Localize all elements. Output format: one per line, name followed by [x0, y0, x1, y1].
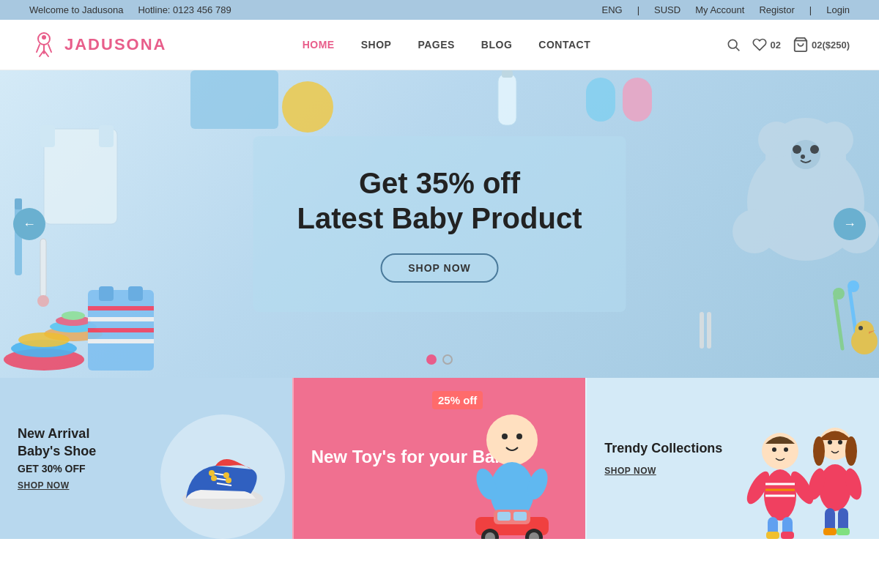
nav-contact[interactable]: CONTACT: [538, 39, 590, 51]
svg-rect-51: [128, 286, 143, 301]
svg-rect-102: [837, 528, 850, 535]
wishlist-button[interactable]: 02: [752, 37, 780, 52]
svg-rect-14: [15, 198, 22, 209]
login-link[interactable]: Login: [826, 4, 850, 15]
svg-rect-24: [623, 78, 652, 122]
header: JADUSONA HOME SHOP PAGES BLOG CONTACT 02: [0, 20, 879, 70]
svg-point-66: [502, 433, 508, 439]
svg-point-31: [791, 140, 820, 169]
top-bar: Welcome to Jadusona Hotline: 0123 456 78…: [0, 0, 879, 20]
svg-point-30: [817, 122, 853, 158]
promo-card-shoe: New Arrival Baby's Shoe GET 30% OFF SHOP…: [0, 378, 292, 539]
shoe-illustration: [171, 425, 274, 528]
svg-rect-23: [586, 78, 615, 122]
header-icons: 02 02($250): [726, 37, 850, 53]
cart-icon: [793, 37, 809, 53]
hero-next-button[interactable]: →: [834, 208, 866, 240]
top-bar-right: ENG | SUSD My Account Registor | Login: [601, 4, 850, 15]
language-selector[interactable]: ENG: [601, 4, 622, 15]
svg-point-38: [833, 288, 845, 299]
svg-point-33: [810, 145, 819, 154]
promo-shop-link-shoe[interactable]: SHOP NOW: [18, 480, 69, 491]
my-account-link[interactable]: My Account: [695, 4, 744, 15]
search-button[interactable]: [726, 37, 741, 52]
hero-banner: Get 35% off Latest Baby Product SHOP NOW…: [0, 70, 879, 378]
register-link[interactable]: Registor: [759, 4, 794, 15]
svg-rect-101: [823, 528, 837, 535]
svg-point-61: [223, 472, 229, 478]
svg-line-8: [736, 48, 740, 51]
top-bar-left: Welcome to Jadusona Hotline: 0123 456 78…: [29, 4, 231, 15]
promo-offer-shoe: GET 30% OFF: [18, 463, 96, 475]
svg-point-63: [226, 477, 231, 483]
svg-point-48: [18, 332, 70, 347]
svg-point-32: [793, 145, 801, 154]
svg-rect-22: [190, 70, 278, 129]
hero-content: Get 35% off Latest Baby Product SHOP NOW: [253, 136, 626, 312]
welcome-text: Welcome to Jadusona: [29, 4, 123, 15]
svg-point-94: [828, 440, 832, 444]
svg-point-40: [848, 280, 859, 292]
nav-blog[interactable]: BLOG: [481, 39, 512, 51]
svg-rect-50: [99, 286, 114, 301]
svg-point-95: [838, 440, 842, 444]
svg-point-35: [732, 209, 776, 253]
svg-rect-11: [40, 125, 55, 147]
logo[interactable]: JADUSONA: [29, 30, 166, 59]
hotline: Hotline: 0123 456 789: [138, 4, 231, 15]
svg-rect-25: [498, 74, 516, 125]
baby-toy-image: [446, 392, 578, 539]
cart-count-total: 02($250): [812, 40, 850, 51]
svg-rect-89: [766, 532, 779, 539]
svg-point-92: [813, 436, 825, 466]
promo-text-shoe: New Arrival Baby's Shoe GET 30% OFF SHOP…: [18, 425, 96, 491]
promo-title-shoe: New Arrival Baby's Shoe: [18, 425, 96, 460]
svg-rect-77: [513, 512, 527, 521]
shoe-image-circle: [160, 414, 285, 539]
svg-point-81: [784, 447, 788, 452]
svg-rect-26: [502, 70, 513, 78]
wishlist-count: 02: [770, 40, 780, 51]
hero-prev-button[interactable]: ←: [13, 208, 45, 240]
nav-pages[interactable]: PAGES: [418, 39, 454, 51]
cart-button[interactable]: 02($250): [793, 37, 850, 53]
main-nav: HOME SHOP PAGES BLOG CONTACT: [303, 39, 591, 51]
hero-dots: [426, 354, 453, 365]
svg-point-62: [211, 475, 217, 481]
svg-line-3: [48, 45, 51, 52]
svg-point-80: [772, 447, 776, 452]
currency-selector[interactable]: SUSD: [654, 4, 680, 15]
nav-home[interactable]: HOME: [303, 39, 335, 51]
nav-shop[interactable]: SHOP: [361, 39, 392, 51]
hero-dot-2[interactable]: [442, 354, 453, 365]
svg-rect-45: [707, 312, 711, 349]
separator2: |: [809, 4, 812, 15]
logo-icon: [29, 30, 59, 59]
promo-shop-link-trendy[interactable]: SHOP NOW: [604, 466, 656, 476]
svg-point-60: [209, 470, 215, 476]
svg-rect-12: [99, 125, 114, 147]
search-icon: [726, 37, 741, 52]
separator: |: [637, 4, 639, 15]
promo-card-trendy: Trendy Collections SHOP NOW: [585, 378, 879, 539]
svg-point-42: [855, 321, 874, 340]
svg-rect-90: [781, 532, 794, 539]
hero-cta-button[interactable]: SHOP NOW: [380, 253, 499, 283]
svg-point-67: [516, 433, 522, 439]
svg-rect-76: [497, 512, 511, 521]
hero-dot-1[interactable]: [426, 354, 437, 365]
heart-icon: [752, 37, 767, 52]
baby-illustration: [453, 396, 571, 539]
svg-point-21: [282, 81, 333, 133]
hero-title: Get 35% off Latest Baby Product: [297, 165, 582, 236]
promo-section: New Arrival Baby's Shoe GET 30% OFF SHOP…: [0, 378, 879, 539]
svg-point-93: [845, 436, 857, 466]
svg-line-37: [835, 297, 842, 349]
kids-illustration: [740, 392, 872, 539]
svg-point-64: [486, 414, 538, 466]
svg-line-2: [37, 45, 40, 52]
svg-point-1: [42, 35, 46, 40]
svg-point-29: [758, 122, 795, 158]
svg-point-34: [801, 155, 805, 159]
svg-point-7: [729, 40, 738, 48]
